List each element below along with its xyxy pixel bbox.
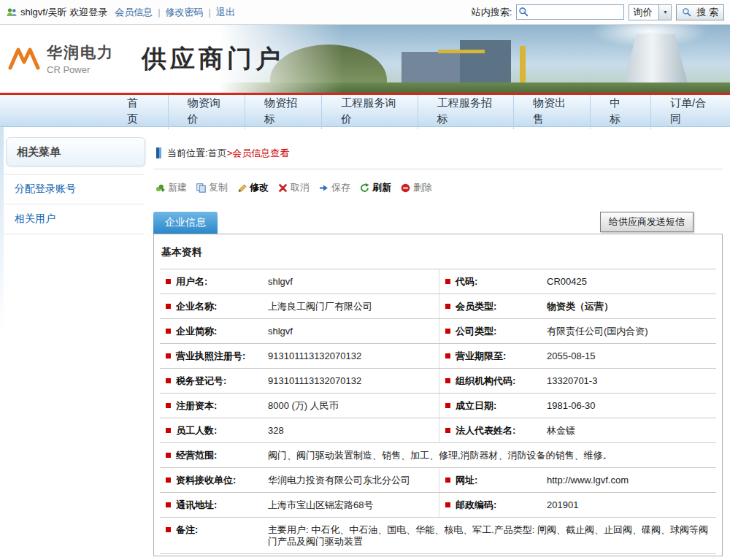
field-value: http://www.lgvf.com [542,468,716,492]
toolbar-save-button[interactable]: 保存 [318,181,350,194]
field-label: 备注: [160,518,264,553]
edit-icon [237,183,247,193]
field-label-text: 成立日期: [456,400,496,412]
save-icon [318,183,329,193]
search-category-combo[interactable]: 询价 ▼ [629,4,672,20]
breadcrumb-current: >会员信息查看 [227,147,290,160]
bullet-icon [445,477,450,483]
sidebar-item-1[interactable]: 分配登录账号 [4,174,144,204]
field-label-text: 用户名: [176,276,207,288]
field-label-text: 企业简称: [176,326,217,337]
chevron-down-icon[interactable]: ▼ [659,4,672,20]
toolbar-copy-button[interactable]: 复制 [196,181,228,194]
field-label-text: 营业执照注册号: [176,350,245,362]
field-label: 邮政编码: [439,493,542,517]
search-field-wrap [516,4,624,20]
bullet-icon [166,403,171,408]
field-label-text: 通讯地址: [176,499,217,511]
search-label: 站内搜索: [472,6,512,19]
bullet-icon [445,304,450,309]
field-label-text: 网址: [456,475,477,486]
field-label: 营业执照注册号: [160,344,264,368]
toolbar-button-label: 新建 [168,181,187,194]
field-value: 上海市宝山区锦宏路68号 [264,493,439,517]
bullet-icon [166,502,171,507]
search-button[interactable]: 搜 索 [676,4,724,20]
bullet-icon [445,279,450,284]
site-search-input[interactable] [516,4,624,20]
bullet-icon [445,329,450,334]
field-value: 328 [264,418,439,442]
users-icon [6,7,18,18]
field-label: 法人代表姓名: [439,418,542,442]
breadcrumb-home-link[interactable]: 首页 [208,147,227,160]
field-label-text: 备注: [176,524,198,536]
field-label-text: 税务登记号: [176,375,226,387]
nav-item-1[interactable]: 首 页 [108,93,168,129]
field-value: 913101113132070132 [264,344,439,368]
nav-item-2[interactable]: 物资询价 [168,93,245,129]
bullet-icon [166,527,171,532]
field-label-text: 会员类型: [456,301,496,312]
bullet-icon [166,279,171,284]
cancel-icon [277,183,288,193]
nav-item-4[interactable]: 工程服务询价 [321,93,417,129]
field-label: 成立日期: [439,394,542,418]
brand-name-cn: 华润电力 [47,42,114,63]
field-value: 1981-06-30 [542,394,716,418]
bullet-icon [166,428,171,433]
field-label: 公司类型: [439,319,542,343]
toolbar-button-label: 修改 [250,181,269,194]
nav-item-7[interactable]: 中 标 [590,93,650,129]
table-row: 员工人数:328法人代表姓名:林金镖 [160,418,716,443]
table-row: 经营范围:阀门、阀门驱动装置制造、销售、加工、修理,消防器材、消防设备的销售、维… [160,443,716,468]
field-value: CR00425 [542,269,716,294]
field-label: 组织机构代码: [439,369,542,393]
field-value: shlgvf [264,319,439,343]
toolbar-button-label: 删除 [413,181,432,194]
combo-selected-value: 询价 [629,4,659,20]
toolbar-delete-button[interactable]: 删除 [400,181,432,194]
header-banner: 华润电力 CR Power 供应商门户 [0,25,730,95]
delete-icon [400,183,411,193]
search-icon [682,7,691,17]
portal-title: 供应商门户 [142,42,284,76]
copy-icon [196,183,207,193]
link-separator: | [209,7,211,18]
bullet-icon [166,378,171,383]
field-label: 税务登记号: [160,369,264,393]
table-row: 通讯地址:上海市宝山区锦宏路68号邮政编码:201901 [160,493,716,518]
field-label-text: 营业期限至: [456,350,506,362]
section-title: 基本资料 [154,234,722,269]
refresh-icon [359,183,370,193]
field-value: 201901 [542,493,716,517]
sidebar-item-2[interactable]: 相关用户 [4,204,144,234]
topbar-link-1[interactable]: 会员信息 [115,6,153,19]
field-label-text: 注册资本: [176,400,217,412]
field-label-text: 代码: [456,276,477,288]
search-button-label: 搜 索 [696,6,718,19]
send-sms-button[interactable]: 给供应商发送短信 [600,212,694,232]
field-label: 网址: [439,468,542,492]
toolbar-new-button[interactable]: 新建 [155,181,187,194]
tab-company-info[interactable]: 企业信息 [153,212,218,234]
field-label: 注册资本: [160,394,264,418]
toolbar-button-label: 取消 [291,181,310,194]
topbar-link-3[interactable]: 退出 [216,6,235,19]
breadcrumb-prefix: 当前位置: [167,147,208,160]
toolbar-cancel-button[interactable]: 取消 [277,181,310,194]
bullet-icon [166,353,171,358]
topbar-link-2[interactable]: 修改密码 [166,6,204,19]
nav-item-3[interactable]: 物资招标 [245,93,321,129]
field-label: 营业期限至: [439,344,542,368]
toolbar-refresh-button[interactable]: 刷新 [359,181,391,194]
brand-logo: 华润电力 CR Power [7,42,114,75]
toolbar-edit-button[interactable]: 修改 [237,181,269,194]
nav-item-5[interactable]: 工程服务招标 [418,93,513,129]
toolbar-button-label: 保存 [331,181,350,194]
breadcrumb: 当前位置: 首页 >会员信息查看 [153,137,723,169]
field-label-text: 邮政编码: [456,499,496,511]
nav-item-8[interactable]: 订单/合同 [650,93,730,129]
nav-item-6[interactable]: 物资出售 [513,93,590,129]
tab-row: 企业信息 给供应商发送短信 [153,206,723,234]
